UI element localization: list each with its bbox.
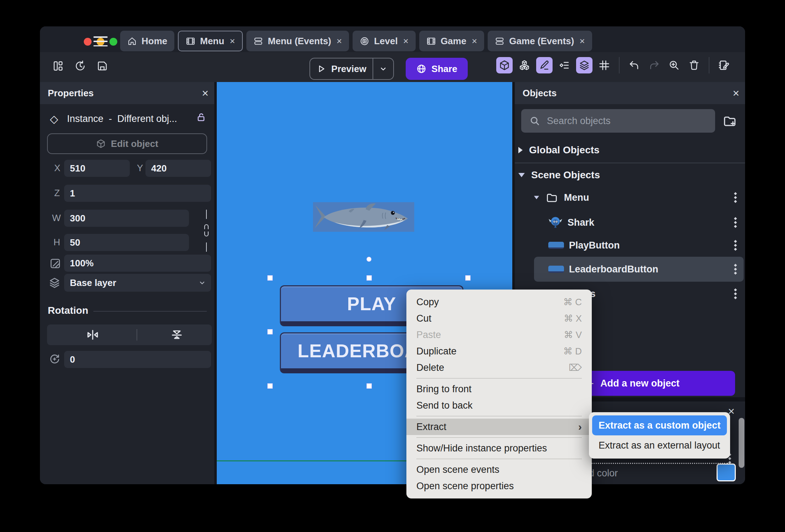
tree-item-leaderboardbutton[interactable]: LeaderboardButton xyxy=(515,258,745,281)
preview-label: Preview xyxy=(331,63,366,75)
tab-close-icon[interactable]: × xyxy=(579,36,585,47)
share-button[interactable]: Share xyxy=(406,58,468,80)
selection-handle-top-left[interactable] xyxy=(267,275,273,281)
menu-item-cut[interactable]: Cut ⌘ X xyxy=(406,310,592,327)
shortcut-label: ⌘ V xyxy=(564,329,582,341)
tab-game[interactable]: Game × xyxy=(419,31,484,51)
menu-item-copy[interactable]: Copy ⌘ C xyxy=(406,294,592,310)
kebab-menu-icon[interactable] xyxy=(734,193,737,203)
menu-item-send-to-back[interactable]: Send to back xyxy=(406,397,592,414)
selection-handle-bottom-center[interactable] xyxy=(366,383,372,389)
save-icon[interactable] xyxy=(94,58,111,74)
layer-select-value: Base layer xyxy=(70,277,116,288)
tab-label: Game (Events) xyxy=(509,36,574,47)
tab-home[interactable]: Home xyxy=(120,31,174,51)
preview-options-button[interactable] xyxy=(373,58,393,79)
kebab-menu-icon[interactable] xyxy=(734,240,737,250)
global-objects-label: Global Objects xyxy=(529,144,600,156)
window-close-button[interactable] xyxy=(84,38,92,46)
tab-close-icon[interactable]: × xyxy=(337,36,342,47)
rotate-handle[interactable] xyxy=(366,257,371,262)
global-objects-section[interactable]: Global Objects xyxy=(515,142,745,158)
close-icon[interactable]: × xyxy=(202,86,209,100)
grid-icon[interactable] xyxy=(596,57,612,73)
divider xyxy=(619,57,620,73)
window-zoom-button[interactable] xyxy=(109,38,117,46)
tab-close-icon[interactable]: × xyxy=(472,36,477,47)
layers-icon[interactable] xyxy=(576,57,592,73)
objects-cubes-icon[interactable] xyxy=(516,57,533,73)
kebab-menu-icon[interactable] xyxy=(734,289,737,299)
menu-item-open-scene-events[interactable]: Open scene events xyxy=(406,461,592,478)
y-label: Y xyxy=(137,163,143,174)
unlock-icon[interactable] xyxy=(196,112,206,123)
kebab-menu-icon[interactable] xyxy=(734,218,737,227)
3d-box-icon[interactable] xyxy=(496,57,513,73)
menu-item-paste[interactable]: Paste ⌘ V xyxy=(406,327,592,343)
zoom-in-icon[interactable] xyxy=(666,57,682,73)
tab-menu-events[interactable]: Menu (Events) × xyxy=(246,31,349,51)
trash-icon[interactable] xyxy=(686,57,702,73)
tree-item-label: LeaderboardButton xyxy=(569,264,658,275)
divider xyxy=(515,163,745,163)
tab-game-events[interactable]: Game (Events) × xyxy=(488,31,592,51)
kebab-menu-icon[interactable] xyxy=(734,264,737,274)
add-folder-icon[interactable] xyxy=(722,113,737,128)
y-field[interactable] xyxy=(145,160,211,177)
z-field[interactable] xyxy=(64,185,211,202)
tree-item-playbutton[interactable]: PlayButton xyxy=(515,234,745,257)
menu-item-delete[interactable]: Delete ⌦ xyxy=(406,359,592,376)
preview-button[interactable]: Preview xyxy=(310,58,373,79)
w-field[interactable] xyxy=(64,210,189,227)
history-icon[interactable] xyxy=(72,58,88,74)
scrollbar[interactable] xyxy=(739,418,744,468)
h-field[interactable] xyxy=(64,234,189,251)
menu-item-open-scene-properties[interactable]: Open scene properties xyxy=(406,478,592,494)
layer-select[interactable]: Base layer xyxy=(64,274,211,292)
x-field[interactable] xyxy=(64,160,130,177)
scene-objects-section[interactable]: Scene Objects xyxy=(515,167,745,183)
submenu-item-extract-external-layout[interactable]: Extract as an external layout xyxy=(592,435,727,455)
redo-icon[interactable] xyxy=(646,57,662,73)
tab-level[interactable]: Level × xyxy=(353,31,416,51)
tab-close-icon[interactable]: × xyxy=(403,36,409,47)
w-label: W xyxy=(52,213,61,224)
tree-item-label: Menu xyxy=(564,192,589,203)
selection-handle-mid-left[interactable] xyxy=(267,329,273,334)
panels-layout-icon[interactable] xyxy=(50,58,66,74)
opacity-field[interactable] xyxy=(64,255,211,272)
toolbar-left-group xyxy=(50,58,111,74)
scene-objects-label: Scene Objects xyxy=(531,169,600,181)
tab-menu[interactable]: Menu × xyxy=(178,31,243,51)
menu-item-duplicate[interactable]: Duplicate ⌘ D xyxy=(406,343,592,359)
scene-notes-icon[interactable] xyxy=(716,57,732,73)
selection-handle-top-center[interactable] xyxy=(366,275,372,281)
close-icon[interactable]: × xyxy=(733,86,739,100)
tab-close-icon[interactable]: × xyxy=(230,36,235,47)
search-input[interactable] xyxy=(546,109,710,133)
selection-handle-top-right[interactable] xyxy=(465,275,471,281)
undo-icon[interactable] xyxy=(626,57,642,73)
main-menu-icon[interactable] xyxy=(93,36,108,46)
flip-horizontal-icon[interactable] xyxy=(86,328,100,342)
rotation-angle-field[interactable] xyxy=(64,351,211,368)
background-color-swatch[interactable] xyxy=(717,464,736,481)
flip-vertical-icon[interactable] xyxy=(170,328,184,342)
divider xyxy=(416,437,582,438)
menu-item-bring-to-front[interactable]: Bring to front xyxy=(406,381,592,397)
shortcut-label: ⌘ X xyxy=(564,313,582,324)
add-new-object-button[interactable]: + Add a new object xyxy=(580,371,735,396)
edit-object-button[interactable]: Edit object xyxy=(47,133,207,154)
link-dimensions-toggle[interactable] xyxy=(201,210,212,252)
pencil-edit-icon[interactable] xyxy=(536,57,553,73)
menu-item-extract[interactable]: Extract › xyxy=(406,419,592,435)
submenu-item-extract-custom-object[interactable]: Extract as a custom object xyxy=(592,415,727,435)
instance-list-icon[interactable] xyxy=(556,57,573,73)
play-button-label: PLAY xyxy=(347,293,396,314)
tree-folder-menu[interactable]: Menu xyxy=(515,186,745,209)
shark-sprite[interactable] xyxy=(313,202,414,232)
toolbar-right-group xyxy=(496,57,732,73)
tree-item-shark[interactable]: Shark xyxy=(515,211,745,234)
menu-item-show-hide-instance-properties[interactable]: Show/Hide instance properties xyxy=(406,440,592,456)
selection-handle-bottom-left[interactable] xyxy=(267,383,273,389)
